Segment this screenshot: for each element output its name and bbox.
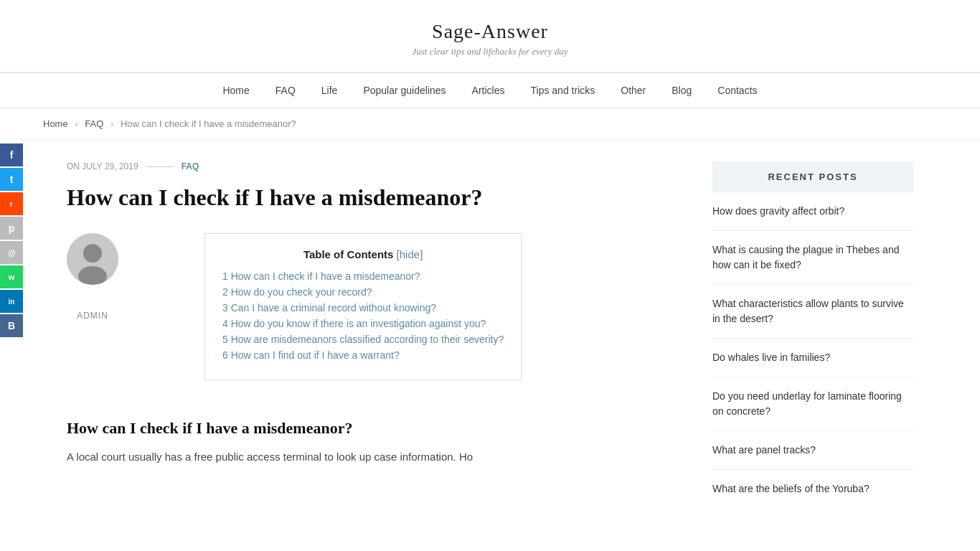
svg-point-1: [83, 244, 102, 263]
recent-posts-list: How does gravity affect orbit? What is c…: [712, 204, 913, 508]
recent-post-item: Do whales live in families?: [712, 350, 913, 377]
author-block: ADMIN Table of Contents [hide] 1 How can…: [67, 233, 669, 402]
sidebar: RECENT POSTS How does gravity affect orb…: [698, 140, 913, 541]
toc-hide-button[interactable]: [hide]: [397, 248, 423, 260]
section-heading-1: How can I check if I have a misdemeanor?: [67, 419, 669, 438]
toc-item-4: 4 How do you know if there is an investi…: [222, 318, 504, 329]
recent-post-link-6[interactable]: What are panel tracks?: [712, 444, 816, 456]
toc-item-5: 5 How are misdemeanors classified accord…: [222, 334, 504, 345]
toc-list: 1 How can I check if I have a misdemeano…: [222, 270, 504, 361]
twitter-button[interactable]: t: [0, 168, 23, 191]
breadcrumb-faq[interactable]: FAQ: [85, 118, 103, 129]
nav-home[interactable]: Home: [209, 73, 262, 108]
linkedin-button[interactable]: in: [0, 290, 23, 313]
reddit-button[interactable]: r: [0, 192, 23, 215]
vk-button[interactable]: B: [0, 314, 23, 337]
pinterest-button[interactable]: p: [0, 217, 23, 240]
main-content: ON JULY 29, 2019 FAQ How can I check if …: [52, 140, 698, 541]
article-title: How can I check if I have a misdemeanor?: [67, 183, 669, 213]
recent-post-item: What are panel tracks?: [712, 443, 913, 470]
breadcrumb-sep-2: ›: [110, 118, 113, 129]
recent-post-item: What characteristics allow plants to sur…: [712, 296, 913, 339]
site-tagline: Just clear tips and lifehacks for every …: [14, 46, 966, 57]
main-nav: Home FAQ Life Popular guidelines Article…: [0, 72, 980, 108]
nav-tips-and-tricks[interactable]: Tips and tricks: [518, 73, 608, 108]
recent-post-link-1[interactable]: How does gravity affect orbit?: [712, 205, 844, 217]
email-button[interactable]: @: [0, 241, 23, 264]
author-avatar: [67, 233, 118, 285]
toc-item-6: 6 How can I find out if I have a warrant…: [222, 349, 504, 361]
toc-item-2: 2 How do you check your record?: [222, 286, 504, 298]
recent-post-link-5[interactable]: Do you need underlay for laminate floori…: [712, 390, 902, 417]
toc-title: Table of Contents [hide]: [222, 248, 504, 260]
article-date: ON JULY 29, 2019: [67, 161, 138, 171]
nav-popular-guidelines[interactable]: Popular guidelines: [350, 73, 458, 108]
recent-post-link-2[interactable]: What is causing the plague in Thebes and…: [712, 244, 899, 270]
recent-post-link-7[interactable]: What are the beliefs of the Yoruba?: [712, 483, 870, 494]
recent-post-item: How does gravity affect orbit?: [712, 204, 913, 231]
meta-line: [146, 166, 174, 167]
facebook-button[interactable]: f: [0, 143, 23, 166]
nav-blog[interactable]: Blog: [659, 73, 705, 108]
breadcrumb-sep-1: ›: [75, 118, 77, 129]
author-name: ADMIN: [77, 311, 108, 321]
recent-post-item: Do you need underlay for laminate floori…: [712, 389, 913, 431]
recent-post-link-3[interactable]: What characteristics allow plants to sur…: [712, 298, 904, 324]
whatsapp-button[interactable]: w: [0, 265, 23, 288]
toc-box: Table of Contents [hide] 1 How can I che…: [204, 233, 522, 380]
recent-post-item: What is causing the plague in Thebes and…: [712, 242, 913, 285]
section-text-1: A local court usually has a free public …: [67, 448, 669, 466]
page-layout: ON JULY 29, 2019 FAQ How can I check if …: [24, 140, 956, 541]
social-sidebar: f t r p @ w in B: [0, 143, 23, 337]
recent-post-link-4[interactable]: Do whales live in families?: [712, 352, 830, 363]
nav-other[interactable]: Other: [608, 73, 659, 108]
breadcrumb-home[interactable]: Home: [43, 118, 68, 129]
breadcrumb-current: How can I check if I have a misdemeanor?: [121, 118, 296, 129]
toc-item-3: 3 Can I have a criminal record without k…: [222, 302, 504, 314]
nav-life[interactable]: Life: [308, 73, 351, 108]
site-title: Sage-Answer: [14, 20, 966, 43]
site-header: Sage-Answer Just clear tips and lifehack…: [0, 0, 980, 72]
recent-post-item: What are the beliefs of the Yoruba?: [712, 481, 913, 508]
nav-articles[interactable]: Articles: [459, 73, 518, 108]
nav-contacts[interactable]: Contacts: [705, 73, 770, 108]
article-category[interactable]: FAQ: [182, 161, 199, 171]
recent-posts-title: RECENT POSTS: [712, 161, 913, 192]
toc-item-1: 1 How can I check if I have a misdemeano…: [222, 270, 504, 282]
breadcrumb: Home › FAQ › How can I check if I have a…: [0, 108, 980, 140]
article-meta: ON JULY 29, 2019 FAQ: [67, 161, 669, 171]
nav-faq[interactable]: FAQ: [263, 73, 308, 108]
